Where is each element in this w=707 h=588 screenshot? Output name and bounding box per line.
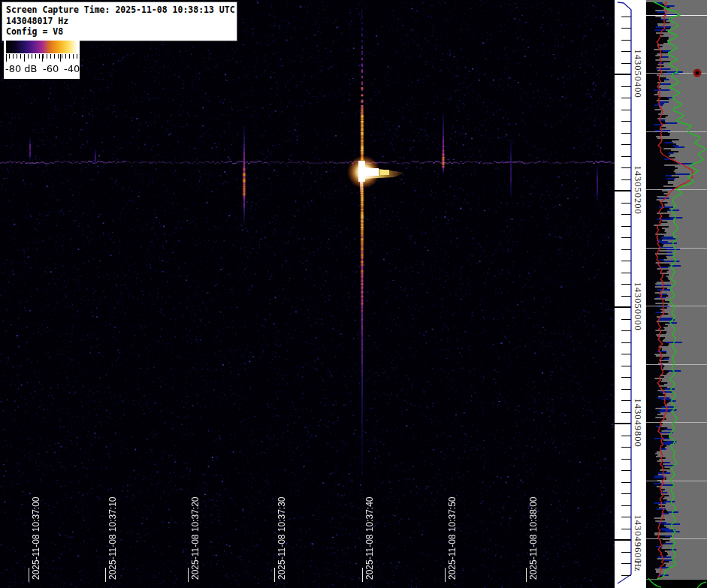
capture-time-text: Screen Capture Time: 2025-11-08 10:38:13…: [6, 5, 234, 16]
freq-minor-tick: [621, 330, 631, 331]
freq-label: 143049800: [632, 398, 643, 447]
freq-minor-tick: [621, 63, 631, 64]
freq-minor-tick: [621, 98, 631, 98]
freq-minor-tick: [621, 203, 631, 204]
freq-minor-tick: [621, 156, 631, 157]
freq-minor-tick: [621, 214, 631, 215]
freq-minor-tick: [621, 552, 631, 553]
freq-minor-tick: [621, 436, 631, 436]
freq-minor-tick: [621, 179, 631, 180]
freq-minor-tick: [621, 86, 631, 87]
freq-minor-tick: [621, 51, 631, 52]
center-frequency-text: 143048017 Hz: [6, 16, 234, 27]
time-tick: [445, 568, 446, 582]
freq-minor-tick: [621, 482, 631, 483]
freq-minor-tick: [621, 505, 631, 506]
time-tick: [362, 568, 363, 582]
amplitude-color-scale: -80 dB -60 -40: [4, 39, 80, 79]
freq-minor-tick: [621, 249, 631, 250]
freq-minor-tick: [621, 342, 631, 343]
freq-minor-tick: [621, 389, 631, 390]
freq-minor-tick: [621, 144, 631, 145]
freq-label: 143050000: [632, 282, 643, 330]
freq-minor-tick: [621, 517, 631, 517]
spectrum-lab-window: 2025-11-08 10:37:002025-11-08 10:37:1020…: [0, 0, 707, 588]
time-tick: [274, 568, 275, 582]
time-tick: [105, 568, 106, 582]
freq-major-tick: [615, 74, 631, 75]
live-spectrum-graph[interactable]: [646, 0, 707, 588]
time-label: 2025-11-08 10:37:10: [107, 496, 118, 580]
freq-minor-tick: [621, 529, 631, 529]
db-label-60: -60: [43, 63, 59, 74]
color-gradient-bar: [6, 41, 77, 53]
freq-major-tick: [615, 306, 631, 308]
db-label-80: -80 dB: [5, 63, 38, 74]
freq-minor-tick: [621, 296, 631, 297]
freq-minor-tick: [621, 493, 631, 494]
freq-minor-tick: [621, 167, 631, 168]
freq-minor-tick: [621, 412, 631, 413]
time-label: 2025-11-08 10:37:50: [447, 496, 458, 580]
freq-minor-tick: [621, 447, 631, 448]
freq-minor-tick: [621, 133, 631, 134]
freq-minor-tick: [621, 17, 631, 17]
time-tick: [526, 568, 527, 582]
db-label-40: -40: [64, 63, 80, 74]
freq-minor-tick: [621, 470, 631, 471]
freq-minor-tick: [621, 121, 631, 122]
freq-label: 143050200: [632, 165, 643, 214]
freq-minor-tick: [621, 400, 631, 401]
freq-minor-tick: [621, 366, 631, 366]
freq-label: 143049600: [632, 514, 643, 563]
freq-major-tick: [615, 539, 631, 541]
freq-minor-tick: [621, 273, 631, 273]
time-label: 2025-11-08 10:37:20: [190, 496, 201, 580]
color-scale-ruler: [6, 54, 77, 62]
freq-minor-tick: [621, 110, 631, 110]
capture-info-box: Screen Capture Time: 2025-11-08 10:38:13…: [2, 2, 237, 41]
freq-minor-tick: [621, 261, 631, 261]
freq-major-tick: [615, 423, 631, 424]
freq-minor-tick: [621, 237, 631, 238]
time-label: 2025-11-08 10:37:30: [276, 496, 287, 580]
frequency-scale[interactable]: 1430504001430502001430500001430498001430…: [615, 0, 646, 588]
freq-minor-tick: [621, 284, 631, 285]
waterfall-spectrogram-display[interactable]: [0, 0, 615, 588]
freq-minor-tick: [621, 354, 631, 354]
freq-minor-tick: [621, 575, 631, 576]
freq-minor-tick: [621, 226, 631, 227]
config-text: Config = V8: [6, 26, 234, 38]
freq-label: 143050400: [632, 49, 643, 98]
freq-minor-tick: [621, 563, 631, 564]
time-tick: [188, 568, 189, 582]
time-label: 2025-11-08 10:37:00: [31, 496, 41, 580]
freq-minor-tick: [621, 40, 631, 41]
freq-minor-tick: [621, 28, 631, 29]
frequency-unit-label: Hz: [632, 560, 643, 571]
time-tick: [29, 568, 29, 582]
freq-minor-tick: [621, 377, 631, 378]
color-scale-labels: -80 dB -60 -40: [4, 63, 80, 77]
time-label: 2025-11-08 10:37:40: [364, 496, 375, 580]
freq-minor-tick: [621, 319, 631, 320]
time-label: 2025-11-08 10:38:00: [528, 496, 539, 580]
freq-minor-tick: [621, 459, 631, 460]
freq-major-tick: [615, 190, 631, 191]
